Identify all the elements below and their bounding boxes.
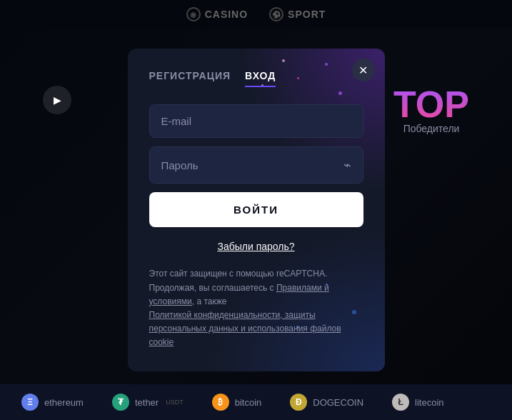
modal-tabs: РЕГИСТРАЦИЯ ВХОД <box>149 70 363 87</box>
sparkle-1 <box>325 63 328 66</box>
forgot-password-section: Забыли пароль? <box>149 240 363 253</box>
recaptcha-line3: а также <box>196 296 226 306</box>
modal-backdrop: ✕ РЕГИСТРАЦИЯ ВХОД ⌁ ВОЙТИ Забыли пароль… <box>0 0 512 420</box>
password-field-container: ⌁ <box>149 146 363 184</box>
email-input[interactable] <box>161 115 351 127</box>
password-input[interactable] <box>161 159 343 171</box>
password-toggle-icon[interactable]: ⌁ <box>343 157 351 173</box>
recaptcha-notice: Этот сайт защищен с помощью reCAPTCHA. П… <box>149 267 363 349</box>
sparkle-3 <box>338 91 342 95</box>
policy-link[interactable]: Политикой конфиденциальности, защиты пер… <box>149 310 341 347</box>
tab-register[interactable]: РЕГИСТРАЦИЯ <box>149 70 231 87</box>
recaptcha-line2: Продолжая, вы соглашаетесь с <box>149 283 274 293</box>
close-icon: ✕ <box>358 64 368 77</box>
email-field-container <box>149 104 363 138</box>
close-button[interactable]: ✕ <box>352 59 375 81</box>
recaptcha-line1: Этот сайт защищен с помощью reCAPTCHA. <box>149 269 328 279</box>
login-modal: ✕ РЕГИСТРАЦИЯ ВХОД ⌁ ВОЙТИ Забыли пароль… <box>128 49 385 371</box>
tab-login[interactable]: ВХОД <box>245 70 276 87</box>
forgot-password-link[interactable]: Забыли пароль? <box>217 241 294 252</box>
sparkle-5 <box>282 59 285 62</box>
login-button[interactable]: ВОЙТИ <box>149 192 363 227</box>
